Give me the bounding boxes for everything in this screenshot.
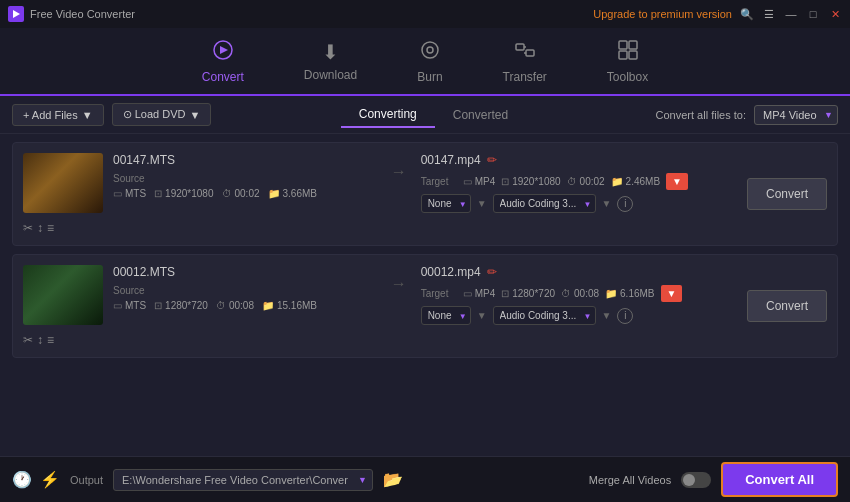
source-format-1: ▭ MTS [113, 188, 146, 199]
audio-preset-wrap-1[interactable]: Audio Coding 3... [493, 194, 596, 213]
video-preset-wrap-2[interactable]: None [421, 306, 471, 325]
target-edit-icon-2[interactable]: ✏ [487, 265, 497, 279]
nav-transfer[interactable]: Transfer [493, 35, 557, 88]
audio-preset-wrap-2[interactable]: Audio Coding 3... [493, 306, 596, 325]
nav-download[interactable]: ⬇ Download [294, 36, 367, 86]
converted-tab[interactable]: Converted [435, 103, 526, 127]
add-files-button[interactable]: + Add Files ▼ [12, 104, 104, 126]
flash-icon[interactable]: ⚡ [40, 470, 60, 489]
search-icon-btn[interactable]: 🔍 [740, 7, 754, 21]
file-source-2: 00012.MTS Source ▭ MTS ⊡ 1280*720 [113, 265, 377, 311]
target-dur-2: ⏱ 00:08 [561, 288, 599, 299]
target-size-icon-1: 📁 [611, 176, 623, 187]
target-fmt-icon-1: ▭ [463, 176, 472, 187]
svg-marker-2 [220, 46, 228, 54]
info-btn-1[interactable]: i [617, 196, 633, 212]
settings-icon-2[interactable]: ≡ [47, 333, 54, 347]
svg-rect-12 [629, 51, 637, 59]
maximize-btn[interactable]: □ [806, 7, 820, 21]
video-preset-wrap-1[interactable]: None [421, 194, 471, 213]
source-dur-label-1: 00:02 [235, 188, 260, 199]
cut-icon-2[interactable]: ✂ [23, 333, 33, 347]
output-path-wrapper[interactable] [113, 469, 373, 491]
audio-preset-select-1[interactable]: Audio Coding 3... [493, 194, 596, 213]
source-res-label-1: 1920*1080 [165, 188, 213, 199]
folder-icon[interactable]: 📂 [383, 470, 403, 489]
codec-row-1: None ▼ Audio Coding 3... ▼ i [421, 194, 737, 213]
clock-icon[interactable]: 🕐 [12, 470, 32, 489]
upgrade-link[interactable]: Upgrade to premium version [593, 8, 732, 20]
output-path-input[interactable] [113, 469, 373, 491]
title-bar: Free Video Converter Upgrade to premium … [0, 0, 850, 28]
nav-convert[interactable]: Convert [192, 35, 254, 88]
source-dur-2: ⏱ 00:08 [216, 300, 254, 311]
video-preset-select-1[interactable]: None [421, 194, 471, 213]
minimize-btn[interactable]: — [784, 7, 798, 21]
edit-icon-2[interactable]: ↕ [37, 333, 43, 347]
target-row-1: Target ▭ MP4 ⊡ 1920*1080 ⏱ 00:02 [421, 173, 737, 190]
nav-burn[interactable]: Burn [407, 35, 452, 88]
file-list: ✂ ↕ ≡ 00147.MTS Source ▭ M [0, 134, 850, 374]
cut-icon-1[interactable]: ✂ [23, 221, 33, 235]
thumb-controls-2: ✂ ↕ ≡ [23, 333, 103, 347]
title-bar-right: Upgrade to premium version 🔍 ☰ — □ ✕ [593, 7, 842, 21]
target-dropdown-btn-2[interactable]: ▼ [661, 285, 683, 302]
source-size-2: 📁 15.16MB [262, 300, 317, 311]
convert-button-1[interactable]: Convert [747, 178, 827, 210]
target-size-label-1: 2.46MB [626, 176, 660, 187]
add-files-dropdown-icon[interactable]: ▼ [82, 109, 93, 121]
load-dvd-dropdown-icon[interactable]: ▼ [189, 109, 200, 121]
source-format-label-2: MTS [125, 300, 146, 311]
thumb-col-2: ✂ ↕ ≡ [23, 265, 103, 347]
source-format-2: ▭ MTS [113, 300, 146, 311]
convert-button-2[interactable]: Convert [747, 290, 827, 322]
target-res-label-1: 1920*1080 [512, 176, 560, 187]
target-col-2: 00012.mp4 ✏ Target ▭ MP4 ⊡ 1280*720 [421, 265, 737, 325]
converting-tab[interactable]: Converting [341, 102, 435, 128]
file-header-1: 00147.MTS [113, 153, 377, 167]
menu-btn[interactable]: ☰ [762, 7, 776, 21]
res-icon-1: ⊡ [154, 188, 162, 199]
svg-rect-9 [619, 41, 627, 49]
svg-rect-11 [619, 51, 627, 59]
video-preset-select-2[interactable]: None [421, 306, 471, 325]
source-details-2: ▭ MTS ⊡ 1280*720 ⏱ 00:08 📁 [113, 300, 377, 311]
format-select[interactable]: MP4 Video [754, 105, 838, 125]
target-label-2: Target [421, 288, 457, 299]
source-res-2: ⊡ 1280*720 [154, 300, 208, 311]
source-format-label-1: MTS [125, 188, 146, 199]
target-filename-2: 00012.mp4 [421, 265, 481, 279]
convert-all-files-label: Convert all files to: [656, 109, 746, 121]
info-btn-2[interactable]: i [617, 308, 633, 324]
merge-label: Merge All Videos [589, 474, 671, 486]
load-dvd-button[interactable]: ⊙ Load DVD ▼ [112, 103, 212, 126]
target-dropdown-btn-1[interactable]: ▼ [666, 173, 688, 190]
nav-bar: Convert ⬇ Download Burn [0, 28, 850, 96]
burn-nav-label: Burn [417, 70, 442, 84]
toggle-knob [683, 474, 695, 486]
transfer-nav-icon [514, 39, 536, 66]
dur-icon-1: ⏱ [222, 188, 232, 199]
convert-nav-label: Convert [202, 70, 244, 84]
target-size-2: 📁 6.16MB [605, 288, 654, 299]
file-item-2: ✂ ↕ ≡ 00012.MTS Source ▭ M [12, 254, 838, 358]
target-edit-icon-1[interactable]: ✏ [487, 153, 497, 167]
format-select-wrapper[interactable]: MP4 Video [754, 105, 838, 125]
edit-icon-1[interactable]: ↕ [37, 221, 43, 235]
target-label-1: Target [421, 176, 457, 187]
close-btn[interactable]: ✕ [828, 7, 842, 21]
target-col-1: 00147.mp4 ✏ Target ▭ MP4 ⊡ 1920*1080 [421, 153, 737, 213]
thumbnail-1 [23, 153, 103, 213]
size-icon-2: 📁 [262, 300, 274, 311]
target-res-icon-1: ⊡ [501, 176, 509, 187]
settings-icon-1[interactable]: ≡ [47, 221, 54, 235]
merge-toggle[interactable] [681, 472, 711, 488]
target-filename-1: 00147.mp4 [421, 153, 481, 167]
audio-preset-select-2[interactable]: Audio Coding 3... [493, 306, 596, 325]
toolbar: + Add Files ▼ ⊙ Load DVD ▼ Converting Co… [0, 96, 850, 134]
source-size-label-2: 15.16MB [277, 300, 317, 311]
nav-toolbox[interactable]: Toolbox [597, 35, 658, 88]
source-size-1: 📁 3.66MB [268, 188, 317, 199]
convert-all-button[interactable]: Convert All [721, 462, 838, 497]
convert-nav-icon [212, 39, 234, 66]
